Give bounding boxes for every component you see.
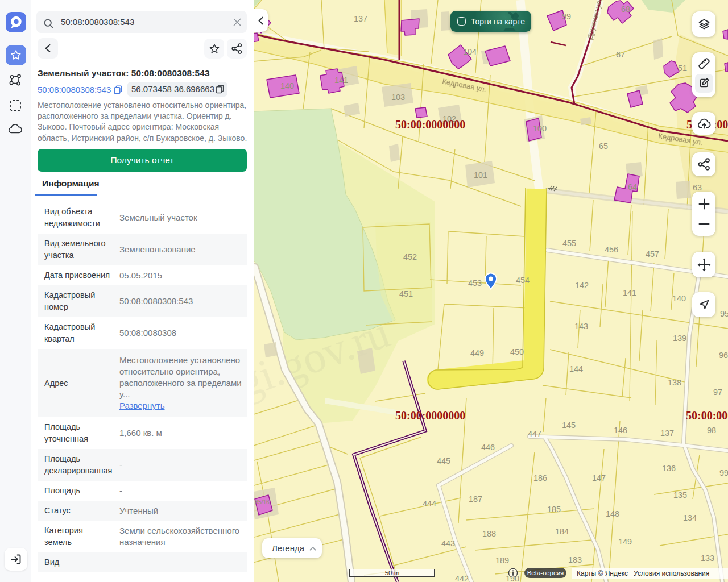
svg-text:189: 189: [495, 556, 509, 565]
svg-text:136: 136: [662, 464, 676, 473]
svg-text:139: 139: [673, 334, 686, 343]
svg-text:184: 184: [555, 527, 569, 536]
svg-text:457: 457: [646, 250, 659, 259]
svg-text:145: 145: [562, 421, 576, 430]
svg-text:137: 137: [354, 14, 367, 23]
svg-text:Торги на карте: Торги на карте: [471, 17, 525, 26]
svg-text:50:00:0000000: 50:00:0000000: [395, 118, 465, 131]
svg-text:452: 452: [403, 252, 417, 261]
svg-text:63: 63: [693, 183, 702, 192]
svg-text:185: 185: [547, 505, 561, 514]
svg-text:140: 140: [672, 294, 686, 303]
svg-text:443: 443: [441, 539, 455, 548]
svg-text:449: 449: [470, 348, 484, 357]
svg-text:101: 101: [474, 171, 487, 180]
svg-text:456: 456: [605, 245, 618, 254]
svg-text:183: 183: [568, 555, 582, 564]
svg-text:147: 147: [592, 473, 606, 483]
svg-text:97: 97: [713, 388, 722, 397]
svg-text:99: 99: [562, 12, 571, 21]
svg-text:187: 187: [469, 494, 482, 504]
svg-text:453: 453: [468, 278, 482, 288]
svg-text:446: 446: [481, 443, 495, 452]
svg-text:85/16: 85/16: [255, 499, 269, 505]
svg-text:99: 99: [719, 468, 728, 477]
svg-text:442: 442: [455, 574, 469, 582]
svg-text:64: 64: [628, 182, 637, 192]
svg-text:140: 140: [280, 81, 294, 90]
svg-text:144: 144: [569, 364, 583, 373]
svg-text:134: 134: [683, 513, 697, 522]
svg-text:455: 455: [562, 239, 576, 248]
svg-text:146: 146: [614, 426, 627, 435]
svg-text:137: 137: [660, 429, 674, 438]
svg-text:141: 141: [623, 288, 636, 297]
svg-text:142: 142: [575, 281, 589, 290]
svg-text:450: 450: [510, 347, 524, 356]
svg-text:65: 65: [599, 142, 608, 151]
svg-text:50:00:0000000: 50:00:0000000: [686, 409, 728, 422]
svg-text:67: 67: [616, 50, 625, 59]
svg-text:454: 454: [516, 276, 530, 285]
svg-text:451: 451: [399, 289, 413, 298]
svg-text:98: 98: [707, 426, 716, 435]
svg-text:50:00:0000000: 50:00:0000000: [395, 409, 465, 422]
svg-text:68: 68: [621, 5, 630, 14]
svg-text:188: 188: [482, 529, 496, 538]
svg-text:104: 104: [463, 47, 477, 56]
svg-text:138: 138: [668, 378, 681, 387]
svg-text:51: 51: [678, 64, 687, 73]
svg-text:447: 447: [528, 429, 541, 438]
svg-text:103: 103: [391, 93, 405, 102]
svg-text:141: 141: [334, 76, 348, 85]
svg-text:186: 186: [533, 473, 547, 483]
svg-text:96: 96: [719, 351, 728, 360]
svg-text:444: 444: [423, 499, 436, 508]
svg-text:95: 95: [720, 309, 728, 318]
svg-text:149: 149: [618, 537, 632, 546]
svg-text:445: 445: [437, 456, 450, 465]
svg-text:135: 135: [673, 490, 687, 500]
svg-text:133: 133: [701, 554, 714, 563]
svg-text:100: 100: [533, 124, 547, 133]
svg-text:143: 143: [574, 322, 588, 331]
svg-text:148: 148: [606, 509, 619, 518]
